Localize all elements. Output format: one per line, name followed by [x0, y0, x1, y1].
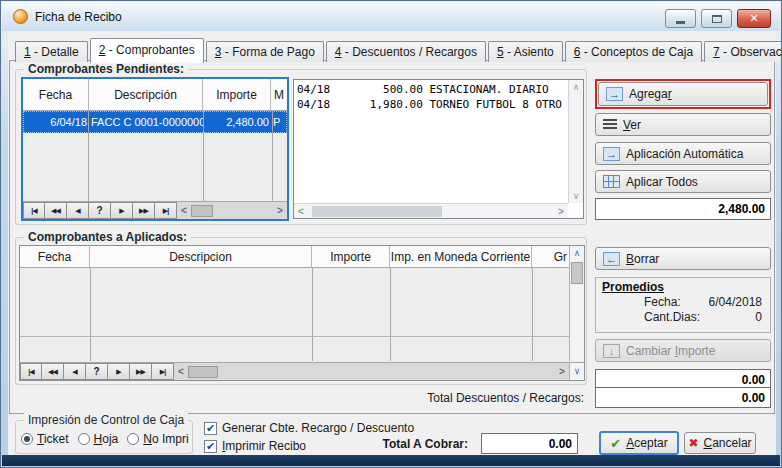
scroll-left-icon[interactable]: < [177, 205, 191, 216]
radio-icon [127, 433, 139, 445]
grid-row-line [20, 336, 569, 337]
nav-prior-page-button[interactable]: ◀◀ [42, 363, 64, 380]
checkbox-imprimir-recibo[interactable]: ✔ Imprimir Recibo [204, 439, 306, 453]
nav-first-button[interactable]: |◀ [20, 363, 42, 380]
agregar-button[interactable]: → Agregar [598, 82, 768, 106]
pendientes-grid[interactable]: Fecha Descripción Importe M 6/04/18 FACC… [21, 77, 289, 221]
scroll-right-icon[interactable]: > [554, 206, 568, 217]
radio-ticket[interactable]: Ticket [21, 432, 69, 446]
dialog-content: 1 - Detalle 2 - Comprobantes 3 - Forma d… [8, 31, 776, 457]
title-bar[interactable]: Ficha de Recibo ✕ [2, 2, 780, 31]
memo-line: 04/18 1,980.00 TORNEO FUTBOL 8 OTRO [297, 97, 567, 112]
nav-search-button[interactable]: ? [86, 363, 108, 380]
nav-last-button[interactable]: ▶| [155, 202, 177, 219]
aplicados-grid-hscrollbar[interactable]: < > [174, 363, 569, 380]
promedios-cant-dias-value: 0 [700, 310, 762, 324]
tab-asiento[interactable]: 5 - Asiento [488, 41, 563, 62]
scroll-up-icon[interactable]: ∧ [570, 246, 584, 261]
nav-search-button[interactable]: ? [89, 202, 111, 219]
memo-vscrollbar[interactable]: ∧ ∨ [568, 80, 583, 203]
nav-next-button[interactable]: ▶ [111, 202, 133, 219]
aceptar-label: Aceptar [626, 436, 667, 450]
minimize-button[interactable] [665, 9, 696, 28]
green-check-icon: ✔ [610, 436, 621, 451]
maximize-button[interactable] [701, 9, 732, 28]
pendientes-total-input[interactable] [595, 198, 771, 220]
cell-importe: 2,480.00 [203, 116, 271, 128]
memo-line: 04/18 500.00 ESTACIONAM. DIARIO [297, 82, 567, 97]
scrollbar-thumb[interactable] [191, 205, 213, 217]
red-cross-icon: ✖ [688, 436, 698, 450]
aplicados-grid[interactable]: Fecha Descripcion Importe Imp. en Moneda… [19, 245, 585, 381]
aplicados-grid-vscrollbar[interactable]: ∧ [569, 246, 584, 361]
scroll-down-icon[interactable]: ∨ [569, 363, 584, 380]
nav-prior-button[interactable]: ◀ [64, 363, 86, 380]
column-header-descripcion: Descripción [89, 79, 203, 110]
column-header-fecha: Fecha [23, 79, 89, 110]
group-impresion-control-caja: Impresión de Control de Caja Ticket Hoja… [15, 420, 193, 454]
radio-ticket-label: Ticket [37, 432, 69, 446]
tab-descuentos-recargos[interactable]: 4 - Descuentos / Recargos [326, 41, 486, 62]
aceptar-button[interactable]: ✔ Aceptar [599, 431, 679, 455]
checkbox-generar-cbte[interactable]: ✔ Generar Cbte. Recargo / Descuento [204, 421, 414, 435]
nav-prior-page-button[interactable]: ◀◀ [45, 202, 67, 219]
scroll-right-icon[interactable]: > [273, 205, 287, 216]
cambiar-importe-button[interactable]: ↓ Cambiar Importe [595, 339, 771, 362]
pendientes-selected-row[interactable]: 6/04/18 FACC C 0001-00000000 2,480.00 P [23, 111, 287, 133]
column-header-descripcion: Descripcion [90, 246, 312, 267]
scroll-up-icon[interactable]: ∧ [573, 82, 580, 92]
aplicar-todos-button[interactable]: Aplicar Todos [595, 170, 771, 193]
scroll-left-icon[interactable]: < [174, 366, 188, 377]
cancelar-button[interactable]: ✖ Cancelar [684, 432, 756, 454]
tab-observacion[interactable]: 7 - Observación [704, 41, 782, 62]
grid-column-line [203, 111, 204, 201]
tab-conceptos-de-caja[interactable]: 6 - Conceptos de Caja [565, 41, 702, 62]
nav-last-button[interactable]: ▶| [152, 363, 174, 380]
total-descuentos-label: Total Descuentos / Recargos: [298, 391, 584, 405]
nav-prior-button[interactable]: ◀ [67, 202, 89, 219]
window-title: Ficha de Recibo [35, 10, 122, 24]
scroll-left-icon[interactable]: < [294, 206, 308, 217]
ver-button[interactable]: Ver [595, 113, 771, 136]
group-label-aplicados: Comprobantes a Aplicados: [24, 230, 191, 244]
nav-next-page-button[interactable]: ▶▶ [133, 202, 155, 219]
promedios-title: Promedios [602, 280, 764, 294]
cell-fecha: 6/04/18 [24, 116, 89, 128]
pendientes-grid-hscrollbar[interactable]: < > [177, 202, 287, 219]
total-descuentos-input[interactable] [595, 387, 771, 408]
grid-column-line [88, 111, 89, 201]
nav-next-page-button[interactable]: ▶▶ [130, 363, 152, 380]
app-icon [13, 9, 28, 24]
borrar-button[interactable]: ← Borrar [595, 247, 771, 270]
total-a-cobrar-input[interactable] [481, 433, 578, 454]
nav-first-button[interactable]: |◀ [23, 202, 45, 219]
scrollbar-thumb[interactable] [312, 206, 442, 217]
close-button[interactable]: ✕ [737, 9, 771, 28]
agregar-label: Agregar [629, 87, 672, 101]
scrollbar-thumb[interactable] [571, 262, 583, 284]
scroll-right-icon[interactable]: > [555, 366, 569, 377]
scroll-down-icon[interactable]: ∨ [573, 191, 580, 201]
apply-arrow-icon: → [606, 87, 623, 101]
menu-lines-icon [603, 119, 617, 130]
tab-forma-de-pago[interactable]: 3 - Forma de Pago [206, 41, 324, 62]
tab-comprobantes[interactable]: 2 - Comprobantes [90, 38, 204, 63]
group-label-impresion: Impresión de Control de Caja [24, 413, 188, 427]
nav-next-button[interactable]: ▶ [108, 363, 130, 380]
promedios-panel: Promedios Fecha: 6/04/2018 Cant.Dias: 0 [595, 277, 771, 333]
radio-no-imprimir[interactable]: No Imprimir [127, 432, 189, 446]
tab-detalle[interactable]: 1 - Detalle [15, 41, 88, 62]
minimize-icon [676, 21, 685, 24]
column-header-importe: Importe [312, 246, 390, 267]
aplicacion-automatica-button[interactable]: → Aplicación Automática [595, 142, 771, 165]
apply-arrow-icon: → [603, 147, 620, 161]
aplicacion-automatica-label: Aplicación Automática [626, 147, 743, 161]
grid-column-line [272, 111, 273, 201]
scrollbar-thumb[interactable] [188, 366, 218, 378]
radio-hoja[interactable]: Hoja [78, 432, 119, 446]
back-arrow-icon: ← [603, 252, 620, 266]
pendientes-grid-header: Fecha Descripción Importe M [23, 79, 287, 111]
memo-hscrollbar[interactable]: < > [294, 203, 568, 218]
grid-column-line [90, 268, 91, 361]
pendientes-detail-memo[interactable]: 04/18 500.00 ESTACIONAM. DIARIO 04/18 1,… [293, 79, 584, 219]
